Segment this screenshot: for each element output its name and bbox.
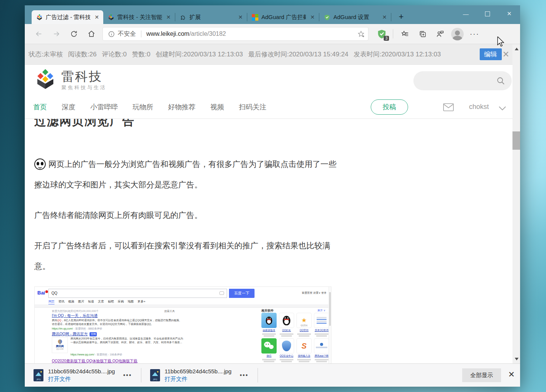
search-icon: [496, 76, 505, 85]
back-button[interactable]: [30, 26, 48, 42]
favorites-button[interactable]: [396, 26, 414, 42]
published-time: 发表时间:2020/03/13 12:13:03: [354, 50, 441, 59]
tab-close-icon[interactable]: ✕: [381, 14, 388, 20]
tab-close-icon[interactable]: ✕: [93, 14, 100, 20]
nav-item-video[interactable]: 视频: [210, 102, 224, 112]
minimize-button[interactable]: —: [455, 5, 477, 22]
article-admin-bar: 状态:未审核 阅读数:26 评论数:0 赞数:0 创建时间:2020/03/13…: [25, 44, 512, 65]
profile-button[interactable]: [451, 28, 464, 40]
baidu-result-2-title: 腾讯QQ网 - 腾讯官方官网: [52, 331, 97, 337]
baidu-result-2-desc: 腾讯网从2003年创立至今，已经成为集新闻信息、区域垂直生活服务、社会化媒体资讯…: [70, 337, 183, 344]
jpg-file-icon: JPG: [150, 369, 160, 381]
mail-icon[interactable]: [443, 103, 454, 113]
download-item[interactable]: JPG 11bbc659b24d4c55b....jpg 打开文件 •••: [150, 368, 251, 383]
created-time: 创建时间:2020/03/13 12:13:03: [156, 50, 243, 59]
new-tab-button[interactable]: +: [395, 11, 407, 23]
collections-button[interactable]: [414, 26, 431, 42]
tab-close-icon[interactable]: ✕: [165, 14, 172, 20]
home-button[interactable]: [83, 26, 100, 42]
site-security[interactable]: 不安全: [108, 30, 136, 38]
tab-separator: [391, 13, 391, 21]
window-controls: — ✕: [455, 5, 520, 22]
nav-item-follow[interactable]: 扫码关注: [239, 102, 266, 112]
feedback-button[interactable]: [431, 26, 449, 42]
puzzle-icon: [180, 14, 186, 21]
open-file-link[interactable]: 打开文件: [165, 376, 232, 383]
scroll-up-arrow-icon[interactable]: [515, 48, 519, 50]
submit-post-button[interactable]: 投稿: [371, 99, 408, 115]
baidu-result-2-thumbnail: 腾讯网 QQ.COM: [52, 337, 68, 353]
leikeji-favicon-icon: [36, 14, 43, 21]
admin-bar-close-icon[interactable]: ✕: [503, 50, 509, 59]
comment-count: 评论数:0: [102, 50, 126, 59]
camera-icon: [219, 291, 224, 295]
adguard-extension-button[interactable]: 3: [374, 26, 390, 42]
qq-security-shield-icon: [282, 341, 291, 351]
tab-leikeji-home[interactable]: 雷科技 - 关注智能 ✕: [103, 10, 175, 24]
avatar-head: [455, 30, 460, 35]
downloads-bar-close-icon[interactable]: ✕: [508, 370, 515, 378]
username-label[interactable]: chokst: [469, 103, 489, 111]
show-all-downloads-button[interactable]: 全部显示: [462, 368, 501, 382]
tab-close-icon[interactable]: ✕: [237, 14, 244, 20]
adguard-shield-icon: [324, 14, 330, 21]
article-paragraph: 网页上的广告一般分为浏览广告和视频广告，有很多广告为了骗取点击使用了一些擦边球的…: [34, 154, 337, 195]
jpg-file-icon: JPG: [34, 369, 43, 381]
tab-bar: 广告过滤 - 雷科技 ✕ 雷科技 - 关注智能 ✕ 扩展 ✕ AdGuard 广…: [25, 5, 520, 24]
tab-adguard-store[interactable]: AdGuard 广告拦截 ✕: [247, 10, 319, 24]
site-title: 雷科技: [61, 70, 107, 83]
nav-item-recommend[interactable]: 好物推荐: [168, 102, 195, 112]
article-image-baidu-screenshot: Bai百度 QQ 百度一下 百度首页 设置∨ 登录 网页资讯视频图片知道文库贴吧…: [34, 286, 331, 364]
settings-menu-button[interactable]: ···: [466, 30, 483, 38]
forward-button[interactable]: [48, 26, 65, 42]
edit-button[interactable]: 编辑: [480, 48, 502, 60]
baidu-app-tile: S搜狗输入法: [296, 338, 312, 363]
tab-close-icon[interactable]: ✕: [309, 14, 316, 20]
download-item[interactable]: JPG 11bbc659b24d4c55b....jpg 打开文件 •••: [34, 368, 134, 383]
tab-title: AdGuard 广告拦截: [261, 14, 306, 21]
leikeji-logo-icon[interactable]: [34, 69, 56, 92]
baidu-expand-link: 展开 ∨: [317, 309, 325, 312]
maximize-button[interactable]: [477, 5, 498, 22]
tab-adguard-settings[interactable]: AdGuard 设置 ✕: [319, 10, 391, 24]
nav-item-xiaolei[interactable]: 小雷哔哔: [90, 102, 118, 112]
baidu-app-grid: qq最新版本 QQ好友 ★QQ空间QQ空间 历史QQ查询 微信 QQ安全中心 S…: [261, 313, 330, 364]
site-nav: 首页 深度 小雷哔哔 玩物所 好物推荐 视频 扫码关注 投稿 chokst: [25, 96, 512, 119]
scrollbar-thumb[interactable]: [512, 131, 520, 150]
download-more-button[interactable]: •••: [237, 372, 251, 379]
baidu-tabs-band: [35, 304, 331, 308]
address-bar[interactable]: 不安全 www.leikeji.com/article/30182: [102, 27, 368, 41]
tab-extensions[interactable]: 扩展 ✕: [175, 10, 247, 24]
qq-com-logo-icon: [57, 339, 63, 345]
baidu-app-tile: qq最新版本: [261, 313, 277, 338]
refresh-button[interactable]: [65, 26, 83, 42]
scroll-down-arrow-icon[interactable]: [515, 358, 519, 360]
tab-leikeji-article[interactable]: 广告过滤 - 雷科技 ✕: [32, 10, 103, 24]
nav-item-depth[interactable]: 深度: [62, 102, 75, 112]
article-paragraph: 开启了广告终结者后，可以看到在搜索引擎没有看到相关的推广，搜索结果也比较满意。: [34, 235, 337, 277]
baidu-image-scrollbar: [328, 287, 331, 364]
page-viewport: 状态:未审核 阅读数:26 评论数:0 赞数:0 创建时间:2020/03/13…: [25, 44, 520, 364]
nav-item-home[interactable]: 首页: [33, 102, 47, 112]
url-text: www.leikeji.com/article/30182: [146, 30, 226, 37]
article-status: 状态:未审核: [29, 50, 63, 59]
download-more-button[interactable]: •••: [121, 372, 134, 379]
mouse-cursor: [497, 37, 506, 50]
avatar-body: [453, 36, 462, 40]
article-body: 过滤网页浏览广告 网页上的广告一般分为浏览广告和视频广告，有很多广告为了骗取点击…: [25, 119, 512, 364]
baidu-result-1-title: I'm QQ - 每一天，乐在沟通: [52, 313, 98, 318]
adguard-badge: 3: [384, 36, 389, 41]
vertical-scrollbar[interactable]: [512, 44, 520, 364]
site-search-input[interactable]: [413, 71, 512, 90]
qzone-star-icon: ★: [301, 317, 307, 323]
star-add-icon: [357, 30, 365, 38]
address-divider: [141, 30, 141, 37]
nav-item-wanwusuo[interactable]: 玩物所: [133, 102, 153, 112]
close-window-button[interactable]: ✕: [498, 5, 520, 22]
open-file-link[interactable]: 打开文件: [48, 376, 115, 383]
site-logo-text[interactable]: 雷科技 聚焦科技与生活: [61, 70, 107, 91]
add-favorite-button[interactable]: [357, 30, 365, 38]
chevron-down-icon[interactable]: [499, 105, 506, 112]
store-icon: [252, 14, 258, 21]
baidu-results-count: 百度为您找到相关结果约100,000,000个: [52, 309, 99, 313]
